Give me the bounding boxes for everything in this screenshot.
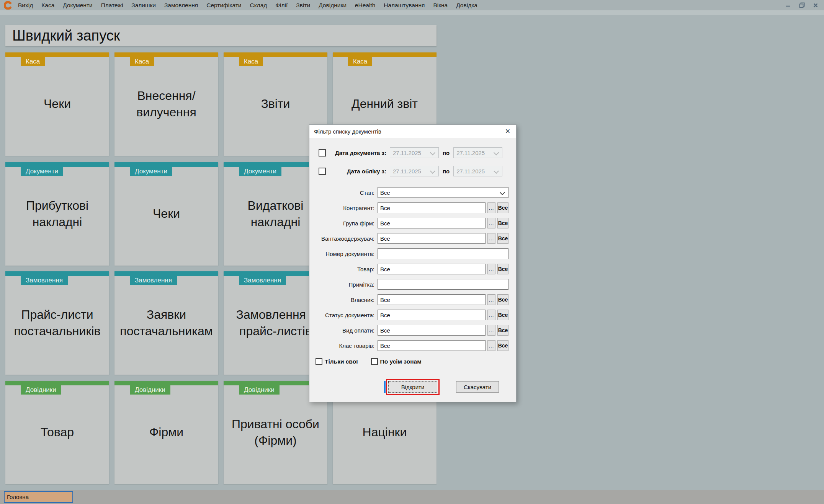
lookup-all-button-counterparty[interactable]: Все <box>497 202 508 213</box>
checkbox-account-date[interactable] <box>319 168 326 175</box>
field-row-firm-group: Група фірм:Все...Все <box>312 218 516 228</box>
separator <box>309 376 516 376</box>
app-window: ВихідКасаДокументиПлатежіЗалишкиЗамовлен… <box>0 0 824 504</box>
date-picker-account-date[interactable]: 27.11.2025 <box>453 166 502 176</box>
menu-item-10[interactable]: Довідники <box>314 2 351 9</box>
lookup-all-button-product-class[interactable]: Все <box>497 340 508 351</box>
tab-home[interactable]: Головна <box>4 491 73 503</box>
lookup-browse-button-payment-type[interactable]: ... <box>487 325 495 336</box>
combo-state[interactable]: Все <box>378 187 508 198</box>
menu-item-9[interactable]: Звіти <box>292 2 314 9</box>
date-range-to-label: по <box>443 168 450 175</box>
checkbox-all-zones[interactable] <box>371 358 378 365</box>
lookup-browse-button-firm-group[interactable]: ... <box>487 218 495 228</box>
date-picker-account-date[interactable]: 27.11.2025 <box>390 166 439 176</box>
lookup-input-counterparty[interactable]: Все <box>378 202 486 213</box>
tile-zamovlennia-supplier-requests[interactable]: ЗамовленняЗаявки постачальникам <box>114 271 218 375</box>
lookup-all-button-payment-type[interactable]: Все <box>497 325 508 336</box>
lookup-browse-button-counterparty[interactable]: ... <box>487 202 495 213</box>
tile-label: Чеки <box>5 52 109 156</box>
lookup-all-button-consignee[interactable]: Все <box>497 233 508 244</box>
menu-item-0[interactable]: Вихід <box>14 2 37 9</box>
date-filter-label: Дата обліку з: <box>326 168 386 175</box>
date-filter-row-account-date: Дата обліку з:27.11.2025по27.11.2025 <box>319 166 516 176</box>
date-picker-doc-date[interactable]: 27.11.2025 <box>453 147 502 158</box>
menu-item-14[interactable]: Довідка <box>452 2 482 9</box>
menu-item-1[interactable]: Каса <box>37 2 59 9</box>
menu-item-12[interactable]: Налаштування <box>379 2 429 9</box>
field-label-counterparty: Контрагент: <box>312 205 374 211</box>
checkbox-label-only-own: Тільки свої <box>325 358 358 365</box>
menu-item-2[interactable]: Документи <box>59 2 96 9</box>
lookup-input-doc-status[interactable]: Все <box>378 310 486 320</box>
tile-zamovlennia-supplier-price-lists[interactable]: ЗамовленняПрайс-листи постачальників <box>5 271 109 375</box>
lookup-all-button-owner[interactable]: Все <box>497 294 508 305</box>
text-input-note[interactable] <box>378 279 508 290</box>
menu-item-5[interactable]: Замовлення <box>160 2 202 9</box>
tile-label: Заявки постачальникам <box>114 271 218 375</box>
menu-item-3[interactable]: Платежі <box>97 2 128 9</box>
field-label-owner: Власник: <box>312 297 374 303</box>
dialog-close-icon[interactable]: × <box>502 126 513 137</box>
date-picker-doc-date[interactable]: 27.11.2025 <box>390 147 439 158</box>
open-button-highlight: Відкрити <box>386 379 440 395</box>
date-range-to-label: по <box>443 150 450 156</box>
menu-items: ВихідКасаДокументиПлатежіЗалишкиЗамовлен… <box>14 2 482 9</box>
field-row-counterparty: Контрагент:Все...Все <box>312 202 516 213</box>
tile-dovidnyky-product[interactable]: ДовідникиТовар <box>5 381 109 484</box>
text-input-doc-number[interactable] <box>378 248 508 259</box>
tile-label: Чеки <box>114 162 218 266</box>
field-label-firm-group: Група фірм: <box>312 220 374 227</box>
check-group-only-own: Тільки свої <box>316 358 358 365</box>
menu-item-6[interactable]: Сертифікати <box>202 2 245 9</box>
field-row-doc-number: Номер документа: <box>312 248 516 259</box>
check-group-all-zones: По усім зонам <box>371 358 422 365</box>
tile-label: Фірми <box>114 381 218 484</box>
checkbox-only-own[interactable] <box>316 358 322 365</box>
lookup-browse-button-product-class[interactable]: ... <box>487 340 495 351</box>
lookup-browse-button-doc-status[interactable]: ... <box>487 310 495 320</box>
app-logo-icon <box>4 1 12 10</box>
tile-dovidnyky-firms[interactable]: ДовідникиФірми <box>114 381 218 484</box>
minimize-button[interactable] <box>784 2 792 9</box>
tile-dokumenty-income-invoices[interactable]: ДокументиПрибуткові накладні <box>5 162 109 266</box>
tile-kasa-cheques[interactable]: КасаЧеки <box>5 52 109 156</box>
menu-item-4[interactable]: Залишки <box>127 2 160 9</box>
date-filter-section: Дата документа з:27.11.2025по27.11.2025Д… <box>309 138 516 176</box>
field-label-product-class: Клас товарів: <box>312 343 374 349</box>
field-label-consignee: Вантажоодержувач: <box>312 235 374 242</box>
menu-item-8[interactable]: Філії <box>271 2 292 9</box>
tile-label: Прайс-листи постачальників <box>5 271 109 375</box>
date-filter-row-doc-date: Дата документа з:27.11.2025по27.11.2025 <box>319 147 516 158</box>
tile-label: Внесення/вилучення <box>114 52 218 156</box>
filter-dialog: Фільтр списку документів × Дата документ… <box>309 124 517 402</box>
statusbar: Головна <box>0 490 824 504</box>
lookup-input-product[interactable]: Все <box>378 264 486 274</box>
tile-label: Товар <box>5 381 109 484</box>
menu-item-11[interactable]: eHealth <box>351 2 379 9</box>
restore-button[interactable] <box>798 2 806 9</box>
lookup-browse-button-owner[interactable]: ... <box>487 294 495 305</box>
lookup-all-button-firm-group[interactable]: Все <box>497 218 508 228</box>
menu-item-13[interactable]: Вікна <box>429 2 452 9</box>
cancel-button[interactable]: Скасувати <box>456 381 499 393</box>
lookup-input-firm-group[interactable]: Все <box>378 218 486 228</box>
chevron-down-icon <box>500 190 505 195</box>
lookup-input-product-class[interactable]: Все <box>378 340 486 351</box>
lookup-all-button-doc-status[interactable]: Все <box>497 310 508 320</box>
lookup-input-payment-type[interactable]: Все <box>378 325 486 336</box>
lookup-browse-button-product[interactable]: ... <box>487 264 495 274</box>
separator <box>309 182 516 182</box>
menu-item-7[interactable]: Склад <box>245 2 271 9</box>
date-filter-label: Дата документа з: <box>326 150 386 156</box>
open-button[interactable]: Відкрити <box>388 381 437 393</box>
close-button[interactable] <box>812 2 819 9</box>
lookup-all-button-product[interactable]: Все <box>497 264 508 274</box>
lookup-input-consignee[interactable]: Все <box>378 233 486 244</box>
lookup-browse-button-consignee[interactable]: ... <box>487 233 495 244</box>
tile-dokumenty-cheques[interactable]: ДокументиЧеки <box>114 162 218 266</box>
tile-kasa-deposit-withdrawal[interactable]: КасаВнесення/вилучення <box>114 52 218 156</box>
lookup-input-owner[interactable]: Все <box>378 294 486 305</box>
filter-fields-section: Стан:ВсеКонтрагент:Все...ВсеГрупа фірм:В… <box>309 187 516 356</box>
checkbox-doc-date[interactable] <box>319 149 326 157</box>
